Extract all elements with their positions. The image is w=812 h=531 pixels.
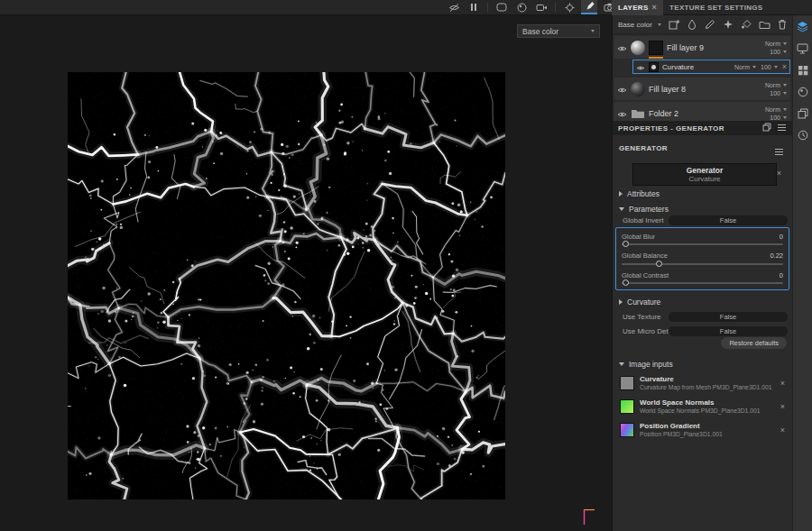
dock-history-icon[interactable] xyxy=(796,128,809,142)
blend-mode-dropdown[interactable]: Norm xyxy=(765,41,787,47)
restore-defaults-button[interactable]: Restore defaults xyxy=(721,337,787,349)
group-image-inputs[interactable]: Image inputs xyxy=(619,360,673,369)
chevron-down-icon xyxy=(783,92,787,95)
effect-name[interactable]: Curvature xyxy=(662,63,731,71)
add-effect-icon[interactable] xyxy=(722,18,734,31)
image-input-curvature[interactable]: Curvature Curvature Map from Mesh PM3D_P… xyxy=(613,371,792,395)
opacity-dropdown[interactable]: 100 xyxy=(770,90,787,96)
generator-menu-icon[interactable] xyxy=(774,143,784,160)
image-input-subtitle: Curvature Map from Mesh PM3D_Plane3D1.00… xyxy=(640,384,775,391)
layer-effect-row-curvature[interactable]: Curvature Norm 100 × xyxy=(632,60,790,74)
use-texture-toggle[interactable]: False xyxy=(669,312,788,322)
global-contrast-value[interactable]: 0 xyxy=(780,272,783,279)
group-attributes[interactable]: Attributes xyxy=(619,189,660,198)
layer-row-fill-layer-9[interactable]: Fill layer 9 Norm 100 xyxy=(614,36,790,59)
image-input-remove-icon[interactable]: × xyxy=(780,426,785,435)
layer-name[interactable]: Folder 2 xyxy=(649,109,761,118)
properties-header: PROPERTIES - GENERATOR xyxy=(613,121,792,135)
chevron-right-icon xyxy=(619,191,623,197)
global-contrast-label: Global Contrast xyxy=(622,272,669,279)
add-smart-material-icon[interactable] xyxy=(740,18,752,31)
image-input-subtitle: Position PM3D_Plane3D1.001 xyxy=(640,431,775,438)
detach-panel-icon[interactable] xyxy=(762,123,771,133)
painter-app: LAYERS × TEXTURE SET SETTINGS Base color… xyxy=(0,0,812,531)
folder-icon[interactable] xyxy=(631,108,645,119)
global-invert-label: Global Invert xyxy=(623,216,663,224)
global-contrast-slider[interactable] xyxy=(622,282,783,284)
layer-name[interactable]: Fill layer 9 xyxy=(667,43,761,52)
layer-visibility-eye-icon[interactable] xyxy=(617,40,627,56)
hide-ui-eye-off-icon[interactable] xyxy=(446,0,462,14)
effect-close-icon[interactable]: × xyxy=(782,63,787,71)
global-contrast-slider-group: Global Contrast 0 xyxy=(622,272,783,285)
tab-layers[interactable]: LAYERS × xyxy=(612,0,663,15)
layer-name[interactable]: Fill layer 8 xyxy=(649,85,761,94)
viewport-mode-icon[interactable] xyxy=(494,0,510,14)
add-layer-icon[interactable] xyxy=(668,18,680,31)
position-gradient-thumbnail[interactable] xyxy=(620,423,634,437)
blend-mode-dropdown[interactable]: Norm xyxy=(734,64,756,70)
layer-blend-controls: Norm 100 xyxy=(765,106,787,121)
layer-mask-thumbnail[interactable] xyxy=(649,41,663,55)
2d-viewport: Base color xyxy=(0,15,612,531)
global-blur-slider-knob[interactable] xyxy=(623,241,629,247)
group-parameters[interactable]: Parameters xyxy=(619,205,669,214)
global-contrast-slider-knob[interactable] xyxy=(623,279,629,286)
global-balance-slider-knob[interactable] xyxy=(656,261,662,267)
layer-actions xyxy=(668,18,789,31)
layer-row-fill-layer-8[interactable]: Fill layer 8 Norm 100 xyxy=(614,78,790,100)
layer-filter-dropdown[interactable]: Base color xyxy=(616,20,663,30)
world-space-normals-thumbnail[interactable] xyxy=(620,399,634,414)
opacity-dropdown[interactable]: 100 xyxy=(770,49,787,55)
global-balance-slider[interactable] xyxy=(622,263,783,265)
use-micro-details-toggle[interactable]: False xyxy=(669,326,788,336)
add-paint-icon[interactable] xyxy=(704,18,716,31)
generator-section-title: GENERATOR xyxy=(619,144,668,152)
dock-display-settings-icon[interactable] xyxy=(796,41,809,55)
blend-mode-dropdown[interactable]: Norm xyxy=(765,82,787,88)
layer-material-thumbnail[interactable] xyxy=(631,41,645,55)
manipulator-crosshair-icon[interactable] xyxy=(561,0,577,14)
group-curvature-label: Curvature xyxy=(627,298,660,307)
global-blur-slider[interactable] xyxy=(622,243,783,245)
global-invert-toggle[interactable]: False xyxy=(669,215,788,225)
chevron-down-icon xyxy=(752,66,756,69)
paint-brush-tool-icon[interactable] xyxy=(581,0,597,14)
add-fill-layer-icon[interactable] xyxy=(686,18,698,31)
image-input-position-gradient[interactable]: Position Gradient Position PM3D_Plane3D1… xyxy=(613,418,792,442)
tab-texture-set-settings[interactable]: TEXTURE SET SETTINGS xyxy=(663,0,769,15)
texture-2d-view[interactable] xyxy=(68,72,505,499)
pause-engine-icon[interactable] xyxy=(466,0,482,14)
opacity-dropdown[interactable]: 100 xyxy=(770,114,787,121)
layer-visibility-eye-icon[interactable] xyxy=(617,105,627,122)
layer-visibility-eye-icon[interactable] xyxy=(617,81,627,97)
dock-layers-icon[interactable] xyxy=(796,20,809,33)
global-balance-value[interactable]: 0.22 xyxy=(770,252,783,260)
generator-remove-icon[interactable]: × xyxy=(777,169,781,178)
image-input-remove-icon[interactable]: × xyxy=(780,403,785,411)
toolbar-divider xyxy=(555,3,556,12)
curvature-map-thumbnail[interactable] xyxy=(620,376,634,390)
material-sphere-icon[interactable] xyxy=(513,0,530,14)
video-camera-icon[interactable] xyxy=(533,0,549,14)
delete-layer-icon[interactable] xyxy=(776,18,789,31)
tab-close-icon[interactable]: × xyxy=(652,4,658,12)
dock-shelf-icon[interactable] xyxy=(796,63,809,77)
add-folder-icon[interactable] xyxy=(758,18,770,31)
panel-menu-icon[interactable] xyxy=(777,124,787,133)
blend-mode-dropdown[interactable]: Norm xyxy=(765,106,787,113)
image-input-remove-icon[interactable]: × xyxy=(780,380,785,388)
generator-slot[interactable]: Generator Curvature xyxy=(632,163,777,186)
chevron-down-icon xyxy=(619,207,624,211)
group-curvature[interactable]: Curvature xyxy=(619,298,660,307)
layer-material-thumbnail[interactable] xyxy=(631,82,645,96)
viewport-channel-dropdown[interactable]: Base color xyxy=(517,24,600,38)
global-blur-value[interactable]: 0 xyxy=(780,233,783,241)
dock-shader-settings-icon[interactable] xyxy=(796,85,809,98)
use-texture-label: Use Texture xyxy=(623,313,661,321)
dock-texture-set-icon[interactable] xyxy=(796,106,809,120)
opacity-dropdown[interactable]: 100 xyxy=(761,64,778,70)
effect-thumbnail[interactable] xyxy=(649,62,659,72)
image-input-world-space-normals[interactable]: World Space Normals World Space Normals … xyxy=(613,395,792,418)
effect-visibility-eye-icon[interactable] xyxy=(636,59,645,75)
